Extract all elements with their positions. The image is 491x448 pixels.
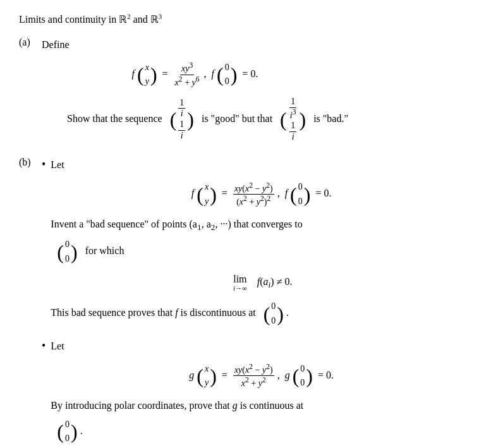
bullet-dot-2: • — [42, 339, 45, 353]
bullet-1: • Let f ( x y ) = — [42, 157, 472, 332]
bullet-1-content: Let f ( x y ) = — [51, 157, 472, 332]
let-text-1: Let — [51, 157, 472, 173]
part-a-label: (a) — [19, 37, 42, 48]
zero-vector-2: ( 0 0 ) . — [57, 418, 472, 446]
let-text-2: Let — [51, 338, 472, 354]
invent-text: Invent a "bad sequence" of points (a1, a… — [51, 216, 472, 234]
formula-b1: f ( x y ) = xy(x2 − y2) (x2 + — [51, 180, 472, 209]
formula-a: f ( x y ) = xy3 x2 + y6 , f ( — [42, 61, 348, 89]
part-b-label: (b) — [19, 157, 42, 168]
zero-vector-1: ( 0 0 ) for which — [57, 238, 472, 266]
page-title: Limits and continuity in ℝ2 and ℝ3 — [19, 13, 472, 25]
show-sequence-text: Show that the sequence ( 1i 1i ) is "goo… — [67, 97, 348, 143]
part-b: (b) • Let f ( x y — [19, 157, 472, 448]
define-text: Define — [42, 37, 348, 53]
bullet-2: • Let g ( x y ) = — [42, 338, 472, 446]
limit-formula-1: lim i→∞ f(ai) ≠ 0. — [51, 274, 472, 292]
part-a: (a) Define f ( x y ) = xy3 x2 + y6 — [19, 37, 472, 146]
formula-b2: g ( x y ) = xy(x2 − y2) x2 + — [51, 362, 472, 390]
bad-sequence-proves-text: This bad sequence proves that f is disco… — [51, 300, 472, 328]
polar-text: By introducing polar coordinates, prove … — [51, 397, 472, 414]
bullet-2-content: Let g ( x y ) = — [51, 338, 472, 446]
bullet-dot-1: • — [42, 158, 45, 171]
